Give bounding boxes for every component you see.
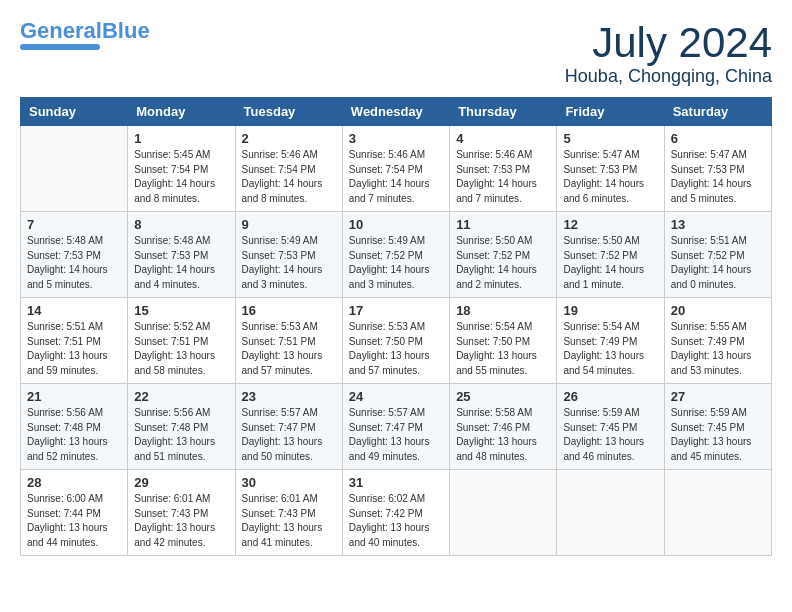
- calendar-header-row: SundayMondayTuesdayWednesdayThursdayFrid…: [21, 98, 772, 126]
- day-number: 10: [349, 217, 443, 232]
- day-info: Sunrise: 5:58 AM Sunset: 7:46 PM Dayligh…: [456, 406, 550, 464]
- day-number: 5: [563, 131, 657, 146]
- calendar-day: 26Sunrise: 5:59 AM Sunset: 7:45 PM Dayli…: [557, 384, 664, 470]
- calendar-day: 13Sunrise: 5:51 AM Sunset: 7:52 PM Dayli…: [664, 212, 771, 298]
- calendar-week-3: 14Sunrise: 5:51 AM Sunset: 7:51 PM Dayli…: [21, 298, 772, 384]
- day-info: Sunrise: 5:54 AM Sunset: 7:49 PM Dayligh…: [563, 320, 657, 378]
- calendar-day: 4Sunrise: 5:46 AM Sunset: 7:53 PM Daylig…: [450, 126, 557, 212]
- month-year-title: July 2024: [565, 20, 772, 66]
- title-block: July 2024 Houba, Chongqing, China: [565, 20, 772, 87]
- calendar-day: 16Sunrise: 5:53 AM Sunset: 7:51 PM Dayli…: [235, 298, 342, 384]
- day-number: 22: [134, 389, 228, 404]
- calendar-day: 19Sunrise: 5:54 AM Sunset: 7:49 PM Dayli…: [557, 298, 664, 384]
- location-subtitle: Houba, Chongqing, China: [565, 66, 772, 87]
- day-number: 13: [671, 217, 765, 232]
- calendar-day: 8Sunrise: 5:48 AM Sunset: 7:53 PM Daylig…: [128, 212, 235, 298]
- day-number: 21: [27, 389, 121, 404]
- day-info: Sunrise: 5:48 AM Sunset: 7:53 PM Dayligh…: [27, 234, 121, 292]
- day-info: Sunrise: 5:46 AM Sunset: 7:54 PM Dayligh…: [242, 148, 336, 206]
- day-info: Sunrise: 5:51 AM Sunset: 7:52 PM Dayligh…: [671, 234, 765, 292]
- day-info: Sunrise: 6:01 AM Sunset: 7:43 PM Dayligh…: [242, 492, 336, 550]
- day-info: Sunrise: 6:01 AM Sunset: 7:43 PM Dayligh…: [134, 492, 228, 550]
- calendar-day: 29Sunrise: 6:01 AM Sunset: 7:43 PM Dayli…: [128, 470, 235, 556]
- day-info: Sunrise: 5:57 AM Sunset: 7:47 PM Dayligh…: [349, 406, 443, 464]
- day-number: 16: [242, 303, 336, 318]
- day-info: Sunrise: 5:54 AM Sunset: 7:50 PM Dayligh…: [456, 320, 550, 378]
- day-info: Sunrise: 5:51 AM Sunset: 7:51 PM Dayligh…: [27, 320, 121, 378]
- day-info: Sunrise: 5:55 AM Sunset: 7:49 PM Dayligh…: [671, 320, 765, 378]
- calendar-day: 2Sunrise: 5:46 AM Sunset: 7:54 PM Daylig…: [235, 126, 342, 212]
- day-number: 9: [242, 217, 336, 232]
- day-info: Sunrise: 5:47 AM Sunset: 7:53 PM Dayligh…: [671, 148, 765, 206]
- day-number: 3: [349, 131, 443, 146]
- calendar-day: 27Sunrise: 5:59 AM Sunset: 7:45 PM Dayli…: [664, 384, 771, 470]
- day-info: Sunrise: 6:02 AM Sunset: 7:42 PM Dayligh…: [349, 492, 443, 550]
- calendar-day: 6Sunrise: 5:47 AM Sunset: 7:53 PM Daylig…: [664, 126, 771, 212]
- day-number: 19: [563, 303, 657, 318]
- day-info: Sunrise: 5:53 AM Sunset: 7:50 PM Dayligh…: [349, 320, 443, 378]
- day-number: 7: [27, 217, 121, 232]
- calendar-day: 1Sunrise: 5:45 AM Sunset: 7:54 PM Daylig…: [128, 126, 235, 212]
- calendar-day: 31Sunrise: 6:02 AM Sunset: 7:42 PM Dayli…: [342, 470, 449, 556]
- logo-general: General: [20, 18, 102, 43]
- logo-blue: Blue: [102, 18, 150, 43]
- calendar-day: 30Sunrise: 6:01 AM Sunset: 7:43 PM Dayli…: [235, 470, 342, 556]
- calendar-day: 10Sunrise: 5:49 AM Sunset: 7:52 PM Dayli…: [342, 212, 449, 298]
- calendar-table: SundayMondayTuesdayWednesdayThursdayFrid…: [20, 97, 772, 556]
- day-number: 20: [671, 303, 765, 318]
- calendar-day: 9Sunrise: 5:49 AM Sunset: 7:53 PM Daylig…: [235, 212, 342, 298]
- calendar-day: [450, 470, 557, 556]
- day-number: 26: [563, 389, 657, 404]
- day-number: 8: [134, 217, 228, 232]
- day-number: 24: [349, 389, 443, 404]
- day-number: 14: [27, 303, 121, 318]
- day-number: 30: [242, 475, 336, 490]
- calendar-day: 5Sunrise: 5:47 AM Sunset: 7:53 PM Daylig…: [557, 126, 664, 212]
- calendar-day: 14Sunrise: 5:51 AM Sunset: 7:51 PM Dayli…: [21, 298, 128, 384]
- calendar-day: 12Sunrise: 5:50 AM Sunset: 7:52 PM Dayli…: [557, 212, 664, 298]
- day-header-friday: Friday: [557, 98, 664, 126]
- calendar-week-5: 28Sunrise: 6:00 AM Sunset: 7:44 PM Dayli…: [21, 470, 772, 556]
- day-info: Sunrise: 6:00 AM Sunset: 7:44 PM Dayligh…: [27, 492, 121, 550]
- day-info: Sunrise: 5:50 AM Sunset: 7:52 PM Dayligh…: [563, 234, 657, 292]
- day-number: 29: [134, 475, 228, 490]
- day-info: Sunrise: 5:50 AM Sunset: 7:52 PM Dayligh…: [456, 234, 550, 292]
- day-number: 2: [242, 131, 336, 146]
- calendar-day: 18Sunrise: 5:54 AM Sunset: 7:50 PM Dayli…: [450, 298, 557, 384]
- day-info: Sunrise: 5:46 AM Sunset: 7:53 PM Dayligh…: [456, 148, 550, 206]
- day-info: Sunrise: 5:47 AM Sunset: 7:53 PM Dayligh…: [563, 148, 657, 206]
- day-number: 18: [456, 303, 550, 318]
- calendar-week-1: 1Sunrise: 5:45 AM Sunset: 7:54 PM Daylig…: [21, 126, 772, 212]
- calendar-day: 28Sunrise: 6:00 AM Sunset: 7:44 PM Dayli…: [21, 470, 128, 556]
- day-info: Sunrise: 5:56 AM Sunset: 7:48 PM Dayligh…: [134, 406, 228, 464]
- calendar-day: 23Sunrise: 5:57 AM Sunset: 7:47 PM Dayli…: [235, 384, 342, 470]
- calendar-day: 7Sunrise: 5:48 AM Sunset: 7:53 PM Daylig…: [21, 212, 128, 298]
- calendar-week-4: 21Sunrise: 5:56 AM Sunset: 7:48 PM Dayli…: [21, 384, 772, 470]
- day-number: 27: [671, 389, 765, 404]
- day-info: Sunrise: 5:52 AM Sunset: 7:51 PM Dayligh…: [134, 320, 228, 378]
- day-info: Sunrise: 5:46 AM Sunset: 7:54 PM Dayligh…: [349, 148, 443, 206]
- calendar-day: 22Sunrise: 5:56 AM Sunset: 7:48 PM Dayli…: [128, 384, 235, 470]
- day-number: 15: [134, 303, 228, 318]
- day-info: Sunrise: 5:59 AM Sunset: 7:45 PM Dayligh…: [563, 406, 657, 464]
- calendar-day: 17Sunrise: 5:53 AM Sunset: 7:50 PM Dayli…: [342, 298, 449, 384]
- calendar-day: 25Sunrise: 5:58 AM Sunset: 7:46 PM Dayli…: [450, 384, 557, 470]
- day-number: 25: [456, 389, 550, 404]
- logo-text: GeneralBlue: [20, 20, 150, 42]
- day-header-wednesday: Wednesday: [342, 98, 449, 126]
- day-header-thursday: Thursday: [450, 98, 557, 126]
- day-info: Sunrise: 5:53 AM Sunset: 7:51 PM Dayligh…: [242, 320, 336, 378]
- day-info: Sunrise: 5:56 AM Sunset: 7:48 PM Dayligh…: [27, 406, 121, 464]
- day-info: Sunrise: 5:49 AM Sunset: 7:53 PM Dayligh…: [242, 234, 336, 292]
- page-header: GeneralBlue July 2024 Houba, Chongqing, …: [20, 20, 772, 87]
- calendar-day: 24Sunrise: 5:57 AM Sunset: 7:47 PM Dayli…: [342, 384, 449, 470]
- day-number: 28: [27, 475, 121, 490]
- day-number: 4: [456, 131, 550, 146]
- day-number: 31: [349, 475, 443, 490]
- logo-bar: [20, 44, 100, 50]
- day-number: 12: [563, 217, 657, 232]
- day-info: Sunrise: 5:45 AM Sunset: 7:54 PM Dayligh…: [134, 148, 228, 206]
- logo: GeneralBlue: [20, 20, 150, 50]
- day-info: Sunrise: 5:48 AM Sunset: 7:53 PM Dayligh…: [134, 234, 228, 292]
- day-header-monday: Monday: [128, 98, 235, 126]
